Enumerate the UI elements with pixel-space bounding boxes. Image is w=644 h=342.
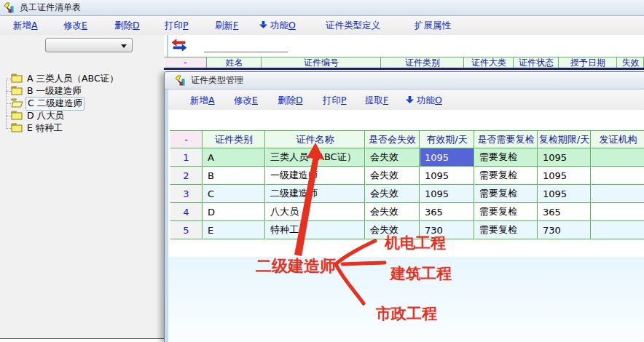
cell-need-recheck[interactable]: 需要复检: [474, 148, 538, 167]
table-row[interactable]: 2 B 一级建造师 会失效 1095 需要复检 1095: [170, 167, 644, 185]
child-new-button[interactable]: 新增A: [190, 94, 215, 107]
cell-valid-days[interactable]: 365: [420, 203, 474, 221]
cell-will-expire[interactable]: 会失效: [365, 148, 420, 167]
main-col-cert-state[interactable]: 证件状态: [514, 57, 559, 68]
child-toolbar: 新增A 修改E 删除D 打印P 提取F 功能O: [168, 90, 644, 110]
child-edit-button[interactable]: 修改E: [234, 94, 258, 107]
annotation-branch-construction: 建筑工程: [390, 263, 452, 284]
col-will-expire[interactable]: 是否会失效: [365, 131, 420, 148]
main-edit-button[interactable]: 修改E: [63, 19, 87, 32]
cell-need-recheck[interactable]: 需要复检: [474, 221, 538, 239]
col-valid-days[interactable]: 有效期/天: [420, 131, 474, 148]
main-col-cert-class[interactable]: 证件大类: [464, 57, 514, 68]
swap-columns-icon[interactable]: [172, 39, 186, 51]
cell-will-expire[interactable]: 会失效: [365, 167, 420, 185]
annotation-label: 二级建造师: [256, 255, 336, 277]
cell-issuing-authority[interactable]: [591, 221, 644, 239]
main-col-cert-type[interactable]: 证件类别: [381, 57, 464, 68]
tree-item-a[interactable]: A 三类人员（ABC证）: [6, 73, 120, 85]
main-window-titlebar[interactable]: 员工证件清单表: [0, 0, 644, 16]
cell-need-recheck[interactable]: 需要复检: [474, 203, 538, 221]
row-number[interactable]: 5: [170, 221, 203, 239]
child-window-title: 证件类型管理: [191, 74, 243, 87]
cell-cert-category[interactable]: B: [203, 167, 265, 185]
cell-will-expire[interactable]: 会失效: [365, 185, 420, 203]
certificate-filter-dropdown[interactable]: [45, 38, 133, 52]
table-row[interactable]: 1 A 三类人员（ABC证） 会失效 1095 需要复检 1095: [170, 148, 644, 167]
row-number[interactable]: 1: [170, 148, 203, 167]
child-delete-button[interactable]: 删除D: [278, 94, 303, 107]
annotation-branch-municipal: 市政工程: [376, 303, 437, 324]
main-toolbar: 新增A 修改E 删除D 打印P 刷新F 功能O 证件类型定义 扩展属性: [0, 16, 644, 35]
main-new-button[interactable]: 新增A: [13, 19, 38, 32]
cell-need-recheck[interactable]: 需要复检: [474, 167, 538, 185]
cell-cert-category[interactable]: E: [203, 221, 265, 239]
chevron-down-icon: [121, 44, 127, 48]
cert-type-table-header: - 证件类别 证件名称 是否会失效 有效期/天 是否需要复检 复检期限/天 发证…: [170, 131, 644, 148]
main-col-expire[interactable]: 失效: [617, 57, 644, 68]
cell-issuing-authority[interactable]: [591, 167, 644, 185]
cell-cert-name[interactable]: 特种工: [265, 221, 365, 239]
table-row[interactable]: 4 D 八大员 会失效 365 需要复检 365: [170, 203, 644, 221]
extended-props-button[interactable]: 扩展属性: [415, 19, 451, 32]
col-indicator[interactable]: -: [170, 131, 203, 148]
app-screen: 员工证件清单表 新增A 修改E 删除D 打印P 刷新F 功能O 证件类型定义 扩…: [0, 0, 644, 342]
cert-type-define-button[interactable]: 证件类型定义: [326, 19, 380, 32]
selected-cell[interactable]: 1095: [420, 148, 474, 167]
cell-recheck-days[interactable]: 1095: [538, 167, 591, 185]
child-function-menu[interactable]: 功能O: [406, 94, 442, 107]
cell-issuing-authority[interactable]: [591, 203, 644, 221]
main-print-button[interactable]: 打印P: [165, 19, 189, 32]
row-number[interactable]: 2: [170, 167, 203, 185]
cell-will-expire[interactable]: 会失效: [365, 203, 420, 221]
child-print-button[interactable]: 打印P: [323, 94, 347, 107]
cell-recheck-days[interactable]: 1095: [538, 148, 591, 167]
cell-need-recheck[interactable]: 需要复检: [474, 185, 538, 203]
down-arrow-icon: [406, 95, 414, 108]
main-window-title: 员工证件清单表: [20, 1, 81, 14]
annotation-branch-mechanical: 机电工程: [385, 233, 446, 253]
row-number[interactable]: 3: [170, 185, 203, 203]
search-input[interactable]: [204, 42, 288, 52]
folder-icon: [11, 122, 23, 135]
tree-item-c[interactable]: C 二级建造师: [6, 98, 85, 110]
tree-item-b[interactable]: B 一级建造师: [6, 85, 83, 98]
down-arrow-icon: [259, 20, 267, 33]
form-icon: [175, 75, 186, 87]
cell-cert-category[interactable]: C: [203, 185, 265, 203]
cell-cert-name[interactable]: 二级建造师: [265, 185, 365, 203]
cell-issuing-authority[interactable]: [591, 185, 644, 203]
main-refresh-button[interactable]: 刷新F: [215, 19, 238, 32]
child-window-titlebar[interactable]: 证件类型管理: [165, 72, 644, 90]
tree-item-d[interactable]: D 八大员: [6, 110, 66, 122]
table-row[interactable]: 3 C 二级建造师 会失效 1095 需要复检 1095: [170, 185, 644, 203]
col-cert-name[interactable]: 证件名称: [265, 131, 365, 148]
col-cert-category[interactable]: 证件类别: [203, 131, 265, 148]
main-col-grant-date[interactable]: 授予日期: [559, 57, 617, 68]
main-col-cert-no[interactable]: 证件编号: [262, 57, 381, 68]
cell-cert-name[interactable]: 三类人员（ABC证）: [265, 148, 365, 167]
cell-cert-name[interactable]: 八大员: [265, 203, 365, 221]
col-recheck-days[interactable]: 复检期限/天: [538, 131, 591, 148]
cell-issuing-authority[interactable]: [591, 148, 644, 167]
cell-valid-days[interactable]: 1095: [420, 167, 474, 185]
tree-item-e[interactable]: E 特种工: [6, 122, 64, 135]
col-issuing-authority[interactable]: 发证机构: [591, 131, 644, 148]
cell-recheck-days[interactable]: 1095: [538, 185, 591, 203]
cell-cert-category[interactable]: D: [203, 203, 265, 221]
cell-cert-category[interactable]: A: [203, 148, 265, 167]
col-need-recheck[interactable]: 是否需要复检: [474, 131, 538, 148]
child-window-cert-type-mgmt: 证件类型管理 新增A 修改E 删除D 打印P 提取F 功能O - 证件类别: [164, 71, 644, 342]
cell-valid-days[interactable]: 1095: [420, 185, 474, 203]
cell-recheck-days[interactable]: 365: [538, 203, 591, 221]
child-extract-button[interactable]: 提取F: [365, 94, 388, 107]
main-delete-button[interactable]: 删除D: [114, 19, 140, 32]
main-col-indicator[interactable]: -: [164, 57, 207, 68]
cell-cert-name[interactable]: 一级建造师: [265, 167, 365, 185]
cert-type-table: - 证件类别 证件名称 是否会失效 有效期/天 是否需要复检 复检期限/天 发证…: [170, 130, 644, 239]
cell-recheck-days[interactable]: 730: [538, 221, 591, 239]
main-col-name[interactable]: 姓名: [207, 57, 262, 68]
row-number[interactable]: 4: [170, 203, 203, 221]
main-table-header: - 姓名 证件编号 证件类别 证件大类 证件状态 授予日期 失效: [164, 57, 644, 70]
main-function-menu[interactable]: 功能O: [259, 19, 296, 32]
